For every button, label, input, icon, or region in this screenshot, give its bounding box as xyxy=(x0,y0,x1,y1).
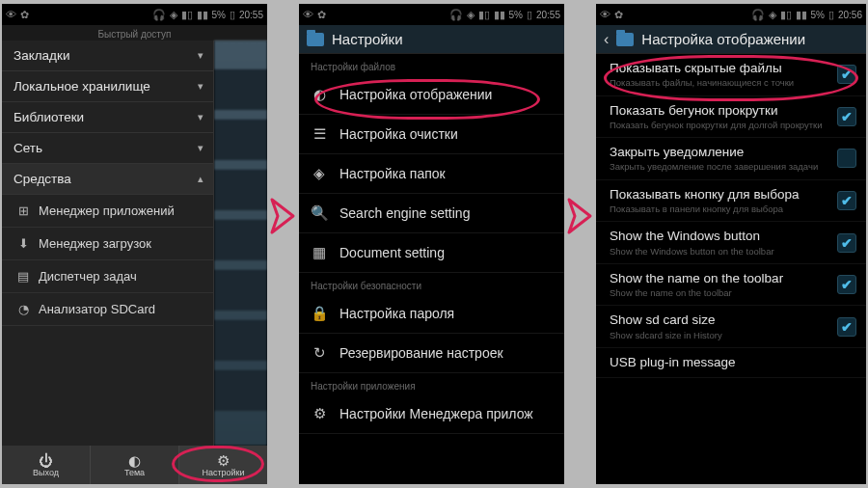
status-icon: 👁 xyxy=(600,9,610,20)
chevron-up-icon: ▴ xyxy=(198,173,203,185)
tool-item-download-manager[interactable]: ⬇ Менеджер загрузок xyxy=(2,228,213,260)
status-icon: ✿ xyxy=(20,9,29,21)
folder-icon xyxy=(616,33,634,46)
setting-document[interactable]: ▦ Document setting xyxy=(299,233,564,273)
setting-app-manager[interactable]: ⚙ Настройки Менеджера прилож xyxy=(299,394,564,434)
tool-label: Менеджер загрузок xyxy=(39,236,151,251)
battery-icon: ▯ xyxy=(828,9,834,21)
checkbox[interactable]: ✔ xyxy=(837,317,856,337)
tool-label: Диспетчер задач xyxy=(39,269,137,284)
settings-icon: ⚙ xyxy=(217,453,230,468)
setting-folders[interactable]: ◈ Настройка папок xyxy=(299,154,564,194)
signal-icon: ▮▮ xyxy=(494,9,505,21)
signal-icon: ▮▮ xyxy=(197,9,208,21)
menu-item-network[interactable]: Сеть ▾ xyxy=(2,133,213,164)
battery-icon: ▯ xyxy=(230,9,235,21)
display-setting-row[interactable]: Show the Windows buttonShow the Windows … xyxy=(596,222,866,264)
phone-screen-2: 👁 ✿ 🎧 ◈ ▮▯ ▮▮ 5% ▯ 20:55 Настройки Настр… xyxy=(299,4,564,484)
back-icon[interactable]: ‹ xyxy=(604,31,609,48)
bottom-label: Настройки xyxy=(202,468,244,477)
checkbox[interactable]: ✔ xyxy=(837,275,856,294)
menu-label: Сеть xyxy=(14,141,42,155)
battery-text: 5% xyxy=(509,10,523,20)
checkbox[interactable]: ✔ xyxy=(837,65,856,84)
menu-label: Локальное хранилище xyxy=(14,79,150,94)
menu-item-tools[interactable]: Средства ▴ xyxy=(2,164,213,195)
display-setting-row[interactable]: USB plug-in message xyxy=(596,348,866,378)
setting-desc: Показывать файлы, начинающиеся с точки xyxy=(610,77,827,88)
status-bar: 👁 ✿ 🎧 ◈ ▮▯ ▮▮ 5% ▯ 20:55 xyxy=(299,4,564,25)
title-bar: ‹ Настройка отображении xyxy=(596,25,866,54)
setting-cleanup[interactable]: ☰ Настройка очистки xyxy=(299,115,564,154)
signal-icon: ▮▯ xyxy=(478,9,490,21)
setting-label: Настройка пароля xyxy=(339,306,454,321)
setting-title: Показывать кнопку для выбора xyxy=(610,187,827,203)
background-panel xyxy=(214,41,267,446)
display-setting-row[interactable]: Show the name on the toolbarShow the nam… xyxy=(596,264,866,307)
tool-item-sdcard-analyzer[interactable]: ◔ Анализатор SDCard xyxy=(2,293,213,326)
signal-icon: ▮▯ xyxy=(181,9,193,21)
setting-backup[interactable]: ↻ Резервирование настроек xyxy=(299,334,564,373)
setting-title: Show the Windows button xyxy=(610,229,827,244)
chevron-down-icon: ▾ xyxy=(198,111,203,123)
display-settings-list: Показывать скрытые файлыПоказывать файлы… xyxy=(596,54,866,378)
tool-item-app-manager[interactable]: ⊞ Менеджер приложений xyxy=(2,195,213,228)
status-bar: 👁 ✿ 🎧 ◈ ▮▯ ▮▮ 5% ▯ 20:56 xyxy=(596,4,866,25)
display-setting-row[interactable]: Закрыть уведомлениеЗакрыть уведомление п… xyxy=(596,138,866,180)
setting-label: Резервирование настроек xyxy=(339,345,503,361)
menu-label: Закладки xyxy=(14,48,69,63)
folder-icon xyxy=(307,33,324,46)
checkbox[interactable]: ✔ xyxy=(837,107,856,126)
setting-search-engine[interactable]: 🔍 Search engine setting xyxy=(299,194,564,233)
setting-text: Показывать скрытые файлыПоказывать файлы… xyxy=(610,61,837,89)
setting-label: Настройка отображении xyxy=(339,87,492,102)
headphones-icon: 🎧 xyxy=(751,9,765,21)
status-icon: 👁 xyxy=(6,9,16,20)
menu-item-bookmarks[interactable]: Закладки ▾ xyxy=(2,41,213,71)
display-setting-row[interactable]: Показывать кнопку для выбораПоказывать в… xyxy=(596,180,866,223)
menu-item-local-storage[interactable]: Локальное хранилище ▾ xyxy=(2,71,213,102)
arrow-icon xyxy=(566,197,595,235)
headphones-icon: 🎧 xyxy=(449,9,463,21)
page-title: Настройка отображении xyxy=(641,31,805,47)
chevron-down-icon: ▾ xyxy=(198,142,203,154)
tool-item-task-manager[interactable]: ▤ Диспетчер задач xyxy=(2,260,213,293)
checkbox[interactable]: ✔ xyxy=(837,233,856,253)
setting-title: USB plug-in message xyxy=(610,355,847,370)
apps-icon: ⊞ xyxy=(15,203,31,218)
tool-label: Менеджер приложений xyxy=(39,203,175,218)
checkbox[interactable] xyxy=(837,149,856,168)
setting-password[interactable]: 🔒 Настройка пароля xyxy=(299,294,564,334)
setting-label: Search engine setting xyxy=(339,205,470,221)
document-icon: ▦ xyxy=(311,244,328,261)
menu-label: Библиотеки xyxy=(14,110,84,124)
display-setting-row[interactable]: Показать бегунок прокруткиПоказать бегун… xyxy=(596,96,866,139)
display-setting-row[interactable]: Показывать скрытые файлыПоказывать файлы… xyxy=(596,54,866,96)
bottom-label: Выход xyxy=(33,468,59,477)
setting-display[interactable]: ◐ Настройка отображении xyxy=(299,75,564,115)
folders-icon: ◈ xyxy=(311,165,328,182)
setting-desc: Show the name on the toolbar xyxy=(610,287,827,298)
quick-access-header: Быстрый доступ xyxy=(2,25,267,41)
setting-desc: Показать бегунок прокрутки для долгой пр… xyxy=(610,120,827,130)
bottom-btn-exit[interactable]: ⏻ Выход xyxy=(2,446,91,484)
setting-text: Show the name on the toolbarShow the nam… xyxy=(610,271,837,299)
setting-label: Настройка очистки xyxy=(339,126,458,142)
setting-label: Document setting xyxy=(339,245,445,260)
download-icon: ⬇ xyxy=(15,236,31,251)
setting-title: Закрыть уведомление xyxy=(610,145,827,160)
setting-desc: Закрыть уведомление после завершения зад… xyxy=(610,161,827,172)
setting-desc: Показывать в панели кнопку для выбора xyxy=(610,203,827,214)
title-bar: Настройки xyxy=(299,25,564,54)
setting-title: Show sd card size xyxy=(610,312,827,328)
bottom-bar: ⏻ Выход ◐ Тема ⚙ Настройки xyxy=(2,446,267,484)
bottom-btn-theme[interactable]: ◐ Тема xyxy=(91,446,179,484)
phone-screen-3: 👁 ✿ 🎧 ◈ ▮▯ ▮▮ 5% ▯ 20:56 ‹ Настройка ото… xyxy=(596,4,866,484)
bottom-label: Тема xyxy=(124,468,145,477)
checkbox[interactable]: ✔ xyxy=(837,191,856,210)
display-setting-row[interactable]: Show sd card sizeShow sdcard size in His… xyxy=(596,306,866,348)
gears-icon: ⚙ xyxy=(311,405,328,422)
menu-item-libraries[interactable]: Библиотеки ▾ xyxy=(2,102,213,133)
lock-icon: 🔒 xyxy=(311,305,328,322)
bottom-btn-settings[interactable]: ⚙ Настройки xyxy=(179,446,267,484)
